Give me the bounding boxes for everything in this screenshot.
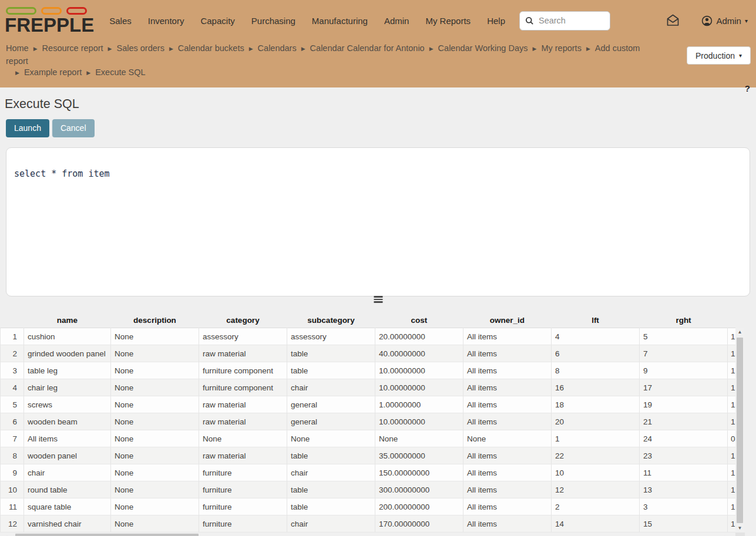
cell-category: furniture xyxy=(199,481,287,498)
cell-subcategory: general xyxy=(287,413,375,430)
table-row[interactable]: 12varnished chairNonefurniturechair170.0… xyxy=(1,515,735,532)
table-row[interactable]: 11square tableNonefurnituretable200.0000… xyxy=(1,498,735,515)
breadcrumb-link[interactable]: Calendars xyxy=(258,43,297,53)
cell-category: furniture xyxy=(199,498,287,515)
cell-lft: 10 xyxy=(552,464,640,481)
row-number: 6 xyxy=(1,413,24,430)
cell-description: None xyxy=(111,515,199,532)
nav-item-inventory[interactable]: Inventory xyxy=(148,16,184,26)
cell-rght: 3 xyxy=(640,498,728,515)
breadcrumb-link[interactable]: Calendar Calendar for Antonio xyxy=(310,43,425,53)
breadcrumb-link[interactable]: Home xyxy=(6,43,29,53)
column-header-name: name xyxy=(24,313,111,328)
table-row[interactable]: 9chairNonefurniturechair150.00000000All … xyxy=(1,464,735,481)
row-number: 8 xyxy=(1,447,24,464)
cell-clipped: 1 xyxy=(728,396,735,413)
scenario-dropdown[interactable]: Production ▾ xyxy=(687,46,751,65)
breadcrumb-link[interactable]: Calendar Working Days xyxy=(438,43,528,53)
search-input[interactable] xyxy=(537,15,604,26)
frepple-logo[interactable]: FREPPLE xyxy=(5,6,94,35)
cell-owner_id: All items xyxy=(463,464,552,481)
chevron-down-icon: ▾ xyxy=(745,18,748,24)
cell-rght: 19 xyxy=(640,396,728,413)
row-number-header xyxy=(1,313,24,328)
breadcrumb-link[interactable]: Execute SQL xyxy=(95,68,145,77)
vertical-scroll-thumb[interactable] xyxy=(737,338,743,523)
cell-lft: 22 xyxy=(552,447,640,464)
breadcrumb-separator-icon: ▶ xyxy=(301,46,305,52)
cell-rght: 17 xyxy=(640,379,728,396)
cell-owner_id: All items xyxy=(463,362,552,379)
nav-item-purchasing[interactable]: Purchasing xyxy=(251,16,295,26)
sql-editor-wrap: select * from item xyxy=(6,147,750,296)
row-number: 3 xyxy=(1,362,24,379)
cell-subcategory: chair xyxy=(287,515,375,532)
nav-item-admin[interactable]: Admin xyxy=(384,16,409,26)
row-number: 1 xyxy=(1,328,24,345)
editor-resize-handle-icon[interactable] xyxy=(372,295,384,304)
table-row[interactable]: 3table legNonefurniture componenttable10… xyxy=(1,362,735,379)
row-number: 10 xyxy=(1,481,24,498)
cell-subcategory: assessory xyxy=(287,328,375,345)
results-grid: namedescriptioncategorysubcategorycostow… xyxy=(0,313,756,536)
cell-category: furniture xyxy=(199,515,287,532)
horizontal-scrollbar[interactable]: ◀ ▶ xyxy=(0,532,735,536)
column-header-description: description xyxy=(111,313,199,328)
sql-text: select * from item xyxy=(14,168,741,180)
breadcrumb-link[interactable]: Example report xyxy=(24,68,82,77)
table-row[interactable]: 2grinded wooden panelNoneraw materialtab… xyxy=(1,345,735,362)
cell-description: None xyxy=(111,430,199,447)
help-button[interactable]: ? xyxy=(745,83,750,93)
inbox-button[interactable] xyxy=(666,14,680,28)
cell-name: grinded wooden panel xyxy=(24,345,111,362)
cell-rght: 24 xyxy=(640,430,728,447)
logo-text: FREPPLE xyxy=(5,15,94,35)
column-header-cost: cost xyxy=(375,313,463,328)
nav-item-help[interactable]: Help xyxy=(487,16,505,26)
table-row[interactable]: 8wooden panelNoneraw materialtable35.000… xyxy=(1,447,735,464)
table-row[interactable]: 10round tableNonefurnituretable300.00000… xyxy=(1,481,735,498)
sql-editor[interactable]: select * from item xyxy=(6,147,750,296)
cell-lft: 1 xyxy=(552,430,640,447)
cell-description: None xyxy=(111,498,199,515)
nav-item-capacity[interactable]: Capacity xyxy=(200,16,234,26)
nav-item-manufacturing[interactable]: Manufacturing xyxy=(312,16,368,26)
nav-item-my-reports[interactable]: My Reports xyxy=(425,16,471,26)
vertical-scrollbar[interactable]: ▲ ▼ xyxy=(735,328,744,532)
column-header-lft: lft xyxy=(552,313,640,328)
breadcrumb-separator-icon: ▶ xyxy=(86,70,90,76)
breadcrumb-link[interactable]: Sales orders xyxy=(117,43,164,53)
table-row[interactable]: 6wooden beamNoneraw materialgeneral10.00… xyxy=(1,413,735,430)
cell-owner_id: All items xyxy=(463,447,552,464)
table-row[interactable]: 5screwsNoneraw materialgeneral1.00000000… xyxy=(1,396,735,413)
cancel-button[interactable]: Cancel xyxy=(52,119,95,137)
cell-cost: 1.00000000 xyxy=(375,396,463,413)
breadcrumb-link[interactable]: Resource report xyxy=(42,43,103,53)
launch-button[interactable]: Launch xyxy=(6,119,49,137)
cell-description: None xyxy=(111,447,199,464)
table-row[interactable]: 1cushionNoneassessoryassessory20.0000000… xyxy=(1,328,735,345)
cell-subcategory: chair xyxy=(287,379,375,396)
cell-category: raw material xyxy=(199,396,287,413)
cell-rght: 13 xyxy=(640,481,728,498)
search-box[interactable] xyxy=(519,11,610,31)
table-row[interactable]: 4chair legNonefurniture componentchair10… xyxy=(1,379,735,396)
breadcrumb-link[interactable]: Calendar buckets xyxy=(178,43,244,53)
table-row[interactable]: 7All itemsNoneNoneNoneNoneNone1240 xyxy=(1,430,735,447)
cell-category: None xyxy=(199,430,287,447)
cell-lft: 14 xyxy=(552,515,640,532)
horizontal-scroll-thumb[interactable] xyxy=(15,534,199,536)
scroll-down-icon[interactable]: ▼ xyxy=(735,524,744,532)
nav-item-sales[interactable]: Sales xyxy=(109,16,132,26)
action-buttons: Launch Cancel xyxy=(6,119,756,137)
row-number: 12 xyxy=(1,515,24,532)
breadcrumb-link[interactable]: My reports xyxy=(541,43,582,53)
results-tbody: 1cushionNoneassessoryassessory20.0000000… xyxy=(1,328,735,532)
cell-clipped: 1 xyxy=(728,379,735,396)
scroll-up-icon[interactable]: ▲ xyxy=(735,328,744,336)
results-header-row: namedescriptioncategorysubcategorycostow… xyxy=(1,313,735,328)
cell-rght: 9 xyxy=(640,362,728,379)
user-menu[interactable]: Admin ▾ xyxy=(701,15,748,26)
cell-clipped: 1 xyxy=(728,515,735,532)
cell-subcategory: table xyxy=(287,345,375,362)
